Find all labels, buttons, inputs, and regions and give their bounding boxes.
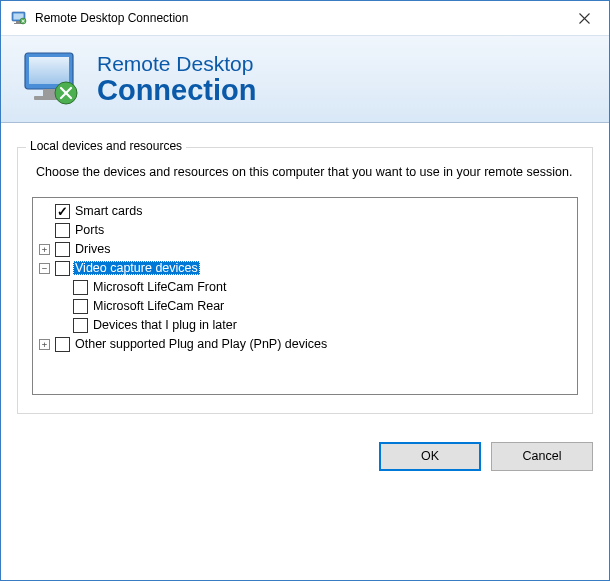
tree-label: Video capture devices (73, 261, 200, 275)
button-row: OK Cancel (1, 428, 609, 471)
groupbox-local-devices: Local devices and resources Choose the d… (17, 147, 593, 414)
ok-button[interactable]: OK (379, 442, 481, 471)
checkbox-lifecam-front[interactable] (73, 280, 88, 295)
banner-icon (19, 47, 83, 111)
titlebar: ✕ Remote Desktop Connection (1, 1, 609, 35)
expander-icon[interactable]: + (39, 339, 50, 350)
checkbox-pnp[interactable] (55, 337, 70, 352)
cancel-button[interactable]: Cancel (491, 442, 593, 471)
tree-label: Ports (73, 223, 106, 237)
close-button[interactable] (561, 3, 607, 33)
close-icon (579, 13, 590, 24)
device-tree[interactable]: Smart cards Ports + Drives − Video captu… (32, 197, 578, 395)
tree-item-pnp[interactable]: + Other supported Plug and Play (PnP) de… (39, 335, 571, 354)
svg-rect-10 (29, 57, 69, 84)
tree-label: Devices that I plug in later (91, 318, 239, 332)
checkbox-video-capture[interactable] (55, 261, 70, 276)
checkbox-plug-later[interactable] (73, 318, 88, 333)
tree-item-video-capture[interactable]: − Video capture devices (39, 259, 571, 278)
tree-label: Microsoft LifeCam Front (91, 280, 228, 294)
groupbox-title: Local devices and resources (26, 139, 186, 153)
expander-icon[interactable]: − (39, 263, 50, 274)
banner-title-line1: Remote Desktop (97, 53, 257, 75)
tree-item-ports[interactable]: Ports (39, 221, 571, 240)
app-icon: ✕ (11, 10, 27, 26)
tree-item-lifecam-rear[interactable]: Microsoft LifeCam Rear (39, 297, 571, 316)
window-title: Remote Desktop Connection (35, 11, 188, 25)
tree-label: Smart cards (73, 204, 144, 218)
checkbox-smart-cards[interactable] (55, 204, 70, 219)
checkbox-lifecam-rear[interactable] (73, 299, 88, 314)
expander-icon[interactable]: + (39, 244, 50, 255)
tree-item-smart-cards[interactable]: Smart cards (39, 202, 571, 221)
checkbox-ports[interactable] (55, 223, 70, 238)
tree-item-lifecam-front[interactable]: Microsoft LifeCam Front (39, 278, 571, 297)
tree-label: Microsoft LifeCam Rear (91, 299, 226, 313)
banner: Remote Desktop Connection (1, 35, 609, 123)
tree-item-drives[interactable]: + Drives (39, 240, 571, 259)
tree-label: Other supported Plug and Play (PnP) devi… (73, 337, 329, 351)
tree-item-plug-later[interactable]: Devices that I plug in later (39, 316, 571, 335)
tree-label: Drives (73, 242, 112, 256)
instructions-text: Choose the devices and resources on this… (36, 164, 578, 181)
banner-title-line2: Connection (97, 75, 257, 105)
checkbox-drives[interactable] (55, 242, 70, 257)
svg-text:✕: ✕ (21, 19, 25, 24)
